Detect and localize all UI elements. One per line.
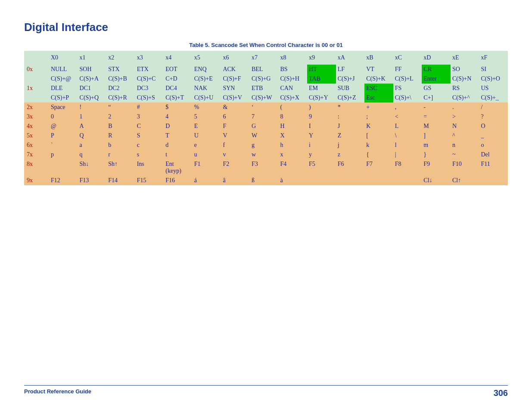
cell-0x-sub-14: C(S)+N (451, 74, 479, 84)
row-header-8x: 8x (24, 159, 49, 176)
cell-1x-main-8: CAN (279, 84, 308, 93)
col-header-x4: x4 (164, 51, 193, 65)
cell-8x-6: F2 (221, 159, 250, 176)
row-header-1x: 1x (24, 84, 49, 103)
cell-1x-main-1: DC1 (78, 84, 107, 93)
cell-8x-3: Ins (135, 159, 164, 176)
cell-9x-11 (364, 176, 393, 185)
cell-0x-main-13: CR (422, 65, 451, 74)
col-header-x3: x3 (135, 51, 164, 65)
cell-7x-11: { (364, 150, 393, 159)
cell-4x-0: @ (49, 121, 78, 131)
cell-2x-3: # (135, 103, 164, 112)
cell-1x-main-9: EM (307, 84, 336, 93)
cell-7x-10: z (336, 150, 365, 159)
cell-5x-5: U (193, 131, 221, 140)
cell-9x-13: Cl↓ (422, 176, 451, 185)
cell-1x-sub-15: C(S)+_ (479, 93, 508, 103)
cell-5x-1: Q (78, 131, 107, 140)
cell-0x-sub-2: C(S)+B (106, 74, 135, 84)
cell-6x-9: i (307, 140, 336, 150)
cell-5x-6: V (221, 131, 250, 140)
cell-9x-15 (479, 176, 508, 185)
cell-5x-13: ] (422, 131, 451, 140)
cell-7x-13: } (422, 150, 451, 159)
cell-8x-4: Ent (keyp) (164, 159, 193, 176)
cell-1x-sub-4: C(S)+T (164, 93, 193, 103)
cell-0x-sub-10: C(S)+J (336, 74, 365, 84)
cell-0x-main-10: LF (336, 65, 365, 74)
cell-4x-5: E (193, 121, 221, 131)
cell-4x-1: A (78, 121, 107, 131)
cell-3x-6: 6 (221, 112, 250, 121)
cell-2x-11: + (364, 103, 393, 112)
cell-6x-0: ` (49, 140, 78, 150)
cell-8x-2: Sh↑ (106, 159, 135, 176)
cell-6x-10: j (336, 140, 365, 150)
cell-9x-2: F14 (106, 176, 135, 185)
cell-3x-8: 8 (279, 112, 308, 121)
cell-4x-3: C (135, 121, 164, 131)
cell-7x-1: q (78, 150, 107, 159)
cell-2x-0: Space (49, 103, 78, 112)
cell-0x-main-15: SI (479, 65, 508, 74)
cell-1x-sub-3: C(S)+S (135, 93, 164, 103)
cell-0x-sub-3: C(S)+C (135, 74, 164, 84)
cell-1x-sub-0: C(S)+P (49, 93, 78, 103)
cell-2x-12: , (393, 103, 422, 112)
cell-5x-10: Z (336, 131, 365, 140)
cell-1x-main-6: SYN (221, 84, 250, 93)
cell-3x-5: 5 (193, 112, 221, 121)
cell-6x-2: b (106, 140, 135, 150)
cell-3x-15: ? (479, 112, 508, 121)
cell-0x-sub-9: TAB (307, 74, 336, 84)
cell-8x-15: F11 (479, 159, 508, 176)
cell-0x-main-3: ETX (135, 65, 164, 74)
cell-5x-2: R (106, 131, 135, 140)
row-header-6x: 6x (24, 140, 49, 150)
cell-0x-sub-6: C(S)+F (221, 74, 250, 84)
cell-5x-7: W (250, 131, 279, 140)
scancode-table: X0x1x2x3x4x5x6x7x8x9xAxBxCxDxExF 0xNULLS… (24, 51, 508, 185)
cell-8x-5: F1 (193, 159, 221, 176)
cell-7x-2: r (106, 150, 135, 159)
col-header-x1: x1 (78, 51, 107, 65)
cell-5x-14: ^ (451, 131, 479, 140)
cell-9x-9 (307, 176, 336, 185)
cell-8x-13: F9 (422, 159, 451, 176)
cell-5x-9: Y (307, 131, 336, 140)
cell-9x-7: ß (250, 176, 279, 185)
col-header-x9: x9 (307, 51, 336, 65)
col-header-x2: x2 (106, 51, 135, 65)
row-header-5x: 5x (24, 131, 49, 140)
cell-3x-13: = (422, 112, 451, 121)
cell-0x-sub-12: C(S)+L (393, 74, 422, 84)
cell-1x-sub-7: C(S)+W (250, 93, 279, 103)
cell-8x-9: F5 (307, 159, 336, 176)
cell-2x-8: ( (279, 103, 308, 112)
cell-1x-main-4: DC4 (164, 84, 193, 93)
cell-0x-sub-13: Enter (422, 74, 451, 84)
cell-2x-5: % (193, 103, 221, 112)
cell-8x-11: F7 (364, 159, 393, 176)
cell-6x-13: m (422, 140, 451, 150)
cell-1x-main-12: FS (393, 84, 422, 93)
cell-0x-main-14: SO (451, 65, 479, 74)
cell-3x-1: 1 (78, 112, 107, 121)
cell-4x-2: B (106, 121, 135, 131)
cell-4x-4: D (164, 121, 193, 131)
cell-6x-14: n (451, 140, 479, 150)
cell-7x-15: Del (479, 150, 508, 159)
cell-1x-main-11: ESC (364, 84, 393, 93)
cell-1x-sub-6: C(S)+V (221, 93, 250, 103)
cell-0x-main-6: ACK (221, 65, 250, 74)
cell-3x-7: 7 (250, 112, 279, 121)
cell-9x-1: F13 (78, 176, 107, 185)
cell-0x-sub-0: C(S)+@ (49, 74, 78, 84)
cell-1x-sub-14: C(S)+^ (451, 93, 479, 103)
cell-9x-6: â (221, 176, 250, 185)
cell-0x-main-4: EOT (164, 65, 193, 74)
cell-0x-main-5: ENQ (193, 65, 221, 74)
row-header-9x: 9x (24, 176, 49, 185)
cell-1x-sub-11: Esc (364, 93, 393, 103)
